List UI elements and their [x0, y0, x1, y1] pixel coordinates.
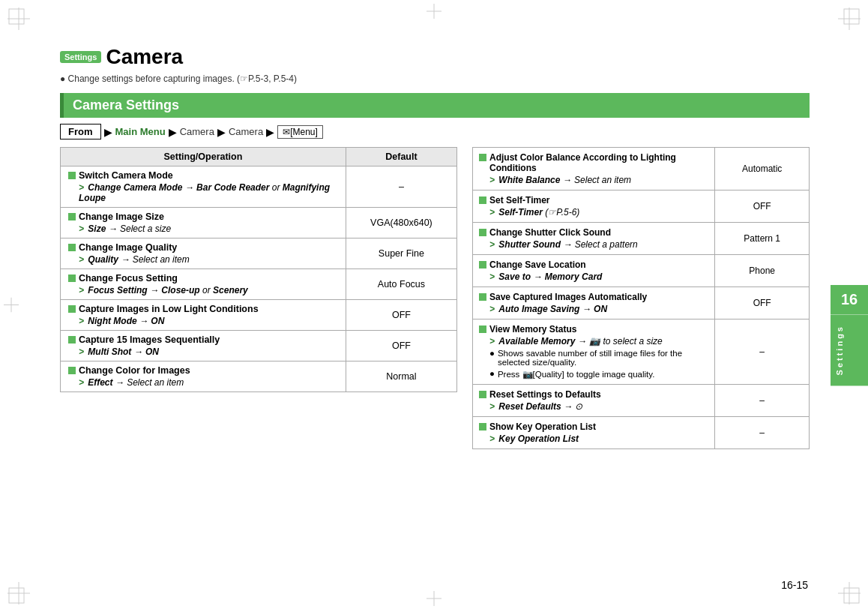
row-cell-operation: Change Shutter Click Sound > Shutter Sou…: [473, 223, 715, 255]
svg-rect-5: [844, 9, 859, 24]
row-cell-operation: Capture 15 Images Sequentially > Multi S…: [61, 331, 346, 362]
page-number: 16-15: [781, 579, 808, 591]
row-cell-default: Pattern 1: [715, 223, 810, 255]
row-cell-operation: View Memory Status > Available Memory → …: [473, 320, 715, 385]
green-square-icon: [479, 196, 486, 204]
table-row: Save Captured Images Automatically > Aut…: [473, 287, 810, 320]
settings-badge: Settings: [60, 51, 101, 63]
green-square-icon: [68, 336, 76, 344]
row-cell-operation: Adjust Color Balance According to Lighti…: [473, 148, 715, 190]
row-cell-operation: Switch Camera Mode > Change Camera Mode …: [61, 166, 346, 208]
right-settings-table: Adjust Color Balance According to Lighti…: [472, 147, 810, 449]
row-cell-default: Normal: [346, 362, 456, 392]
row-cell-operation: Change Image Size > Size → Select a size: [61, 208, 346, 238]
green-square-icon: [479, 293, 486, 301]
section-header: Camera Settings: [60, 93, 810, 118]
left-settings-table: Setting/Operation Default Switch Camera …: [60, 147, 457, 392]
green-square-icon: [479, 423, 486, 430]
table-row: Capture 15 Images Sequentially > Multi S…: [61, 331, 457, 362]
title-row: Settings Camera: [60, 45, 810, 69]
center-bottom-mark: [427, 591, 441, 608]
breadcrumb-main-menu: Main Menu: [115, 126, 166, 137]
row-cell-default: –: [715, 417, 810, 449]
page-title: Camera: [106, 45, 183, 69]
table-row: Change Shutter Click Sound > Shutter Sou…: [473, 223, 810, 255]
row-cell-operation: Reset Settings to Defaults > Reset Defau…: [473, 385, 715, 417]
green-square-icon: [479, 391, 486, 398]
row-cell-operation: Change Image Quality > Quality → Select …: [61, 238, 346, 269]
green-square-icon: [479, 261, 486, 268]
green-square-icon: [68, 367, 76, 374]
table-row: Show Key Operation List > Key Operation …: [473, 417, 810, 449]
row-cell-default: Super Fine: [346, 238, 456, 269]
green-square-icon: [68, 213, 76, 220]
breadcrumb-camera2: Camera: [229, 126, 263, 137]
row-cell-operation: Set Self-Timer > Self-Timer (☞P.5-6): [473, 190, 715, 223]
row-cell-default: –: [715, 320, 810, 385]
table-row: Change Save Location > Save to → Memory …: [473, 255, 810, 287]
row-cell-default: Phone: [715, 255, 810, 287]
side-tab: 16 Settings: [831, 285, 868, 386]
corner-mark-br: [838, 582, 861, 604]
corner-mark-bl: [7, 582, 30, 604]
green-square-icon: [68, 305, 76, 313]
row-cell-default: OFF: [715, 287, 810, 320]
table-row: Change Image Quality > Quality → Select …: [61, 238, 457, 269]
side-tab-label: Settings: [831, 314, 868, 386]
table-row: Change Focus Setting > Focus Setting → C…: [61, 269, 457, 300]
col-header-setting: Setting/Operation: [61, 148, 346, 166]
svg-rect-8: [9, 588, 24, 603]
green-square-icon: [479, 229, 486, 236]
center-left-mark: [4, 298, 19, 315]
col-header-default: Default: [346, 148, 456, 166]
row-cell-default: VGA(480x640): [346, 208, 456, 238]
table-row: Set Self-Timer > Self-Timer (☞P.5-6) OFF: [473, 190, 810, 223]
row-cell-default: Automatic: [715, 148, 810, 190]
row-cell-operation: Change Save Location > Save to → Memory …: [473, 255, 715, 287]
corner-mark-tr: [838, 8, 861, 30]
row-cell-default: –: [346, 166, 456, 208]
row-cell-default: –: [715, 385, 810, 417]
green-square-icon: [68, 172, 76, 179]
page-content: Settings Camera ● Change settings before…: [60, 45, 810, 449]
svg-rect-2: [9, 9, 24, 24]
svg-rect-11: [844, 588, 859, 603]
row-cell-operation: Change Focus Setting > Focus Setting → C…: [61, 269, 346, 300]
side-tab-number: 16: [831, 285, 868, 314]
green-square-icon: [68, 274, 76, 282]
two-column-layout: Setting/Operation Default Switch Camera …: [60, 147, 810, 449]
row-cell-default: OFF: [715, 190, 810, 223]
breadcrumb-from: From: [60, 124, 101, 140]
green-square-icon: [479, 326, 486, 333]
right-column: Adjust Color Balance According to Lighti…: [472, 147, 810, 449]
row-cell-default: OFF: [346, 300, 456, 331]
table-row: Reset Settings to Defaults > Reset Defau…: [473, 385, 810, 417]
table-row: View Memory Status > Available Memory → …: [473, 320, 810, 385]
left-column: Setting/Operation Default Switch Camera …: [60, 147, 457, 449]
corner-mark-tl: [7, 8, 30, 30]
green-square-icon: [479, 154, 486, 161]
subtitle: ● Change settings before capturing image…: [60, 74, 810, 84]
row-cell-operation: Capture Images in Low Light Conditions >…: [61, 300, 346, 331]
row-cell-operation: Save Captured Images Automatically > Aut…: [473, 287, 715, 320]
green-square-icon: [68, 244, 76, 251]
table-row: Change Color for Images > Effect → Selec…: [61, 362, 457, 392]
row-cell-operation: Show Key Operation List > Key Operation …: [473, 417, 715, 449]
center-top-mark: [427, 4, 441, 21]
table-row: Switch Camera Mode > Change Camera Mode …: [61, 166, 457, 208]
row-cell-default: OFF: [346, 331, 456, 362]
breadcrumb-camera1: Camera: [180, 126, 214, 137]
breadcrumb-menu: ✉[Menu]: [277, 125, 323, 139]
table-row: Change Image Size > Size → Select a size…: [61, 208, 457, 238]
table-row: Adjust Color Balance According to Lighti…: [473, 148, 810, 190]
table-row: Capture Images in Low Light Conditions >…: [61, 300, 457, 331]
breadcrumb: From ▶ Main Menu ▶ Camera ▶ Camera ▶ ✉[M…: [60, 124, 810, 140]
row-cell-operation: Change Color for Images > Effect → Selec…: [61, 362, 346, 392]
row-cell-default: Auto Focus: [346, 269, 456, 300]
